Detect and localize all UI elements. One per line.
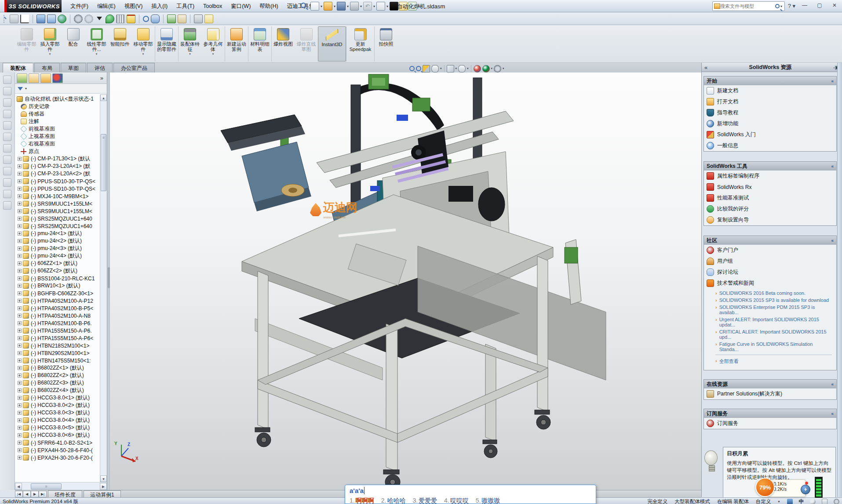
tree-item[interactable]: 前视基准面 (15, 125, 100, 133)
tree-component-row[interactable]: (-) HCCG3-8.0<1> (默认) (15, 394, 100, 402)
expand-icon[interactable] (18, 194, 22, 198)
tree-component-row[interactable]: (-) pmu-24r<3> (默认) (15, 245, 100, 252)
left-tool-icon[interactable] (3, 178, 11, 187)
left-tool-icon[interactable] (3, 190, 11, 198)
collapse-section-icon[interactable]: « (831, 164, 834, 169)
task-pane-link[interactable]: SolidWorks Rx (704, 181, 836, 192)
left-tool-icon[interactable] (3, 201, 11, 210)
tree-component-row[interactable]: (-) 606ZZ<2> (默认) (15, 267, 100, 275)
binoculars-icon[interactable] (151, 15, 160, 23)
dropdown-caret-icon[interactable]: ▾ (212, 52, 214, 56)
first-tab-icon[interactable]: |◀ (15, 491, 23, 497)
ime-mode-indicator[interactable]: 中 (799, 498, 804, 504)
view-settings-icon[interactable] (494, 65, 501, 73)
tree-component-row[interactable]: (-) HCCG3-8.0<6> (默认) (15, 431, 100, 439)
task-pane-link[interactable]: 复制设置向导 (704, 214, 836, 225)
tree-component-row[interactable]: (-) BGHFB-C606ZZ-30<1> (15, 290, 100, 297)
scrollbar-thumb[interactable] (101, 134, 106, 191)
expand-icon[interactable] (18, 456, 22, 460)
menu-item[interactable]: 工具(T) (172, 1, 199, 12)
task-pane-link[interactable]: 一般信息 (704, 140, 836, 151)
tree-component-row[interactable]: (-) PPUS-SD10-30-TP-QS< (15, 178, 100, 185)
left-tool-icon[interactable] (3, 167, 11, 175)
tree-component-row[interactable]: (-) HTPA40S2M100-B-P6. (15, 319, 100, 327)
tab-feature-manager[interactable] (17, 73, 27, 83)
left-tool-icon[interactable] (3, 156, 11, 164)
task-pane-link[interactable]: 打开文档 (704, 96, 836, 107)
tree-component-row[interactable]: (-) SRS9MUUC1+155LM< (15, 200, 100, 207)
dropdown-caret-icon[interactable]: ▾ (142, 52, 144, 56)
menu-item[interactable]: 帮助(H) (255, 1, 282, 12)
print-icon[interactable] (350, 2, 359, 11)
ribbon-button[interactable]: 移动零部件 ▾ (131, 26, 155, 62)
expand-icon[interactable] (18, 344, 22, 348)
menu-item[interactable]: 窗口(W) (226, 1, 255, 12)
select-icon[interactable] (376, 2, 385, 11)
tree-component-row[interactable]: (-) HCCG3-8.0<4> (默认) (15, 417, 100, 424)
scroll-down-icon[interactable]: ▼ (100, 475, 107, 482)
command-manager-tab[interactable]: 装配体 (3, 63, 33, 73)
collapse-section-icon[interactable]: « (831, 79, 834, 83)
tree-component-row[interactable]: (-) 606ZZ<1> (默认) (15, 260, 100, 267)
task-pane-link[interactable]: 新建文档 (704, 85, 836, 96)
menu-item[interactable]: 编辑(E) (93, 1, 120, 12)
menu-item[interactable]: 插入(I) (147, 1, 172, 12)
task-pane-scrollbar[interactable] (837, 63, 842, 497)
tree-component-row[interactable]: (-) HTPA40S2M100-A-N8 (15, 312, 100, 319)
expand-icon[interactable] (18, 172, 22, 176)
tree-vertical-scrollbar[interactable]: ▲ ▼ (100, 94, 107, 482)
expand-icon[interactable] (18, 239, 22, 243)
motion-study-tab[interactable]: 坯件长度 (48, 490, 82, 497)
monitor-icon[interactable] (36, 15, 45, 23)
ime-candidate[interactable]: 1.啊啊啊 (350, 497, 374, 504)
customize-caret-icon[interactable]: ▾ (777, 500, 780, 504)
more-tabs-icon[interactable]: » (100, 75, 103, 81)
spreadsheet-icon[interactable] (167, 15, 176, 23)
hierarchy-icon[interactable] (47, 15, 56, 23)
news-link[interactable]: ›Urgent ALERT: Important SOLIDWORKS 2015… (715, 316, 832, 328)
collapse-icon[interactable]: « (704, 64, 707, 71)
expand-icon[interactable] (18, 261, 22, 265)
tree-component-row[interactable]: (-) CM-P-23-L20A<1> (默 (15, 163, 100, 170)
ribbon-button[interactable]: 新建运动算例 (225, 26, 248, 62)
task-pane-link[interactable]: Partner Solutions(解决方案) (704, 388, 836, 399)
close-button[interactable]: ✕ (829, 2, 840, 10)
stamp-icon[interactable] (178, 15, 186, 23)
view-orientation-icon[interactable] (431, 65, 439, 73)
menu-item[interactable]: 文件(F) (66, 1, 93, 12)
ribbon-button[interactable]: 爆炸视图 (271, 26, 295, 62)
edit-appearance-icon[interactable] (474, 65, 481, 73)
tree-item[interactable]: 传感器 (15, 110, 100, 118)
battery-meter-icon[interactable] (815, 477, 823, 498)
tree-component-row[interactable]: (-) HCCG3-8.0<3> (默认) (15, 409, 100, 417)
task-pane-link[interactable]: 指导教程 (704, 107, 836, 118)
tree-component-row[interactable]: (-) HTBN290S2M100<1> (15, 349, 100, 357)
tree-item[interactable]: 注解 (15, 118, 100, 125)
ribbon-button[interactable]: 编辑零部件 (15, 26, 38, 62)
tree-component-row[interactable]: (-) SRS25MQZUUC1+640 (15, 215, 100, 222)
dropdown-caret-icon[interactable]: ▾ (189, 52, 191, 56)
scroll-right-icon[interactable]: ▶ (100, 483, 107, 490)
tree-component-row[interactable]: (-) B6802ZZ<4> (默认) (15, 387, 100, 394)
task-pane-link[interactable]: 比较我的评分 (704, 203, 836, 214)
tree-component-row[interactable]: (-) HTBN1475S5M150<1: (15, 357, 100, 364)
zoom-tool-icon[interactable] (143, 16, 149, 22)
collapse-section-icon[interactable]: « (831, 411, 834, 416)
tree-component-row[interactable]: (-) pmu-24r<2> (默认) (15, 237, 100, 245)
expand-icon[interactable] (18, 411, 22, 415)
expand-icon[interactable] (18, 284, 22, 288)
tree-component-row[interactable]: (-) B6802ZZ<2> (默认) (15, 372, 100, 379)
expand-icon[interactable] (18, 321, 22, 325)
news-link[interactable]: ›SOLIDWORKS 2015 SP3 is available for do… (715, 297, 832, 304)
command-manager-tab[interactable]: 布局 (34, 63, 60, 73)
tree-component-row[interactable]: (-) HTPA15S5M150-A-P6< (15, 334, 100, 342)
expand-icon[interactable] (18, 164, 22, 168)
hide-show-items-icon[interactable] (458, 65, 466, 73)
open-icon[interactable] (324, 2, 332, 11)
search-input[interactable] (720, 4, 775, 9)
ribbon-button[interactable]: Instant3D (318, 26, 346, 62)
minimize-button[interactable]: — (799, 2, 810, 10)
tree-component-row[interactable]: (-) pmu-24r<1> (默认) (15, 230, 100, 237)
graphics-viewport[interactable]: 迈迪网www.maidi.me Y Z X (110, 73, 701, 490)
expand-icon[interactable] (18, 209, 22, 213)
